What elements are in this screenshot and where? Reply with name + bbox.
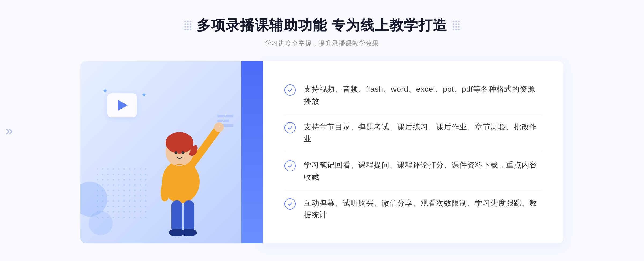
feature-text-4: 互动弹幕、试听购买、微信分享、观看次数限制、学习进度跟踪、数据统计	[304, 197, 542, 221]
left-dot-decoration	[184, 21, 191, 30]
illustration-panel: ✦ ✦	[80, 61, 263, 243]
blue-bar-decoration	[241, 61, 263, 243]
svg-point-4	[175, 151, 177, 154]
divider-2	[284, 152, 542, 152]
header-section: 多项录播课辅助功能 专为线上教学打造 学习进度全掌握，提升录播课教学效果	[184, 16, 460, 48]
feature-text-2: 支持章节目录、弹题考试、课后练习、课后作业、章节测验、批改作业	[304, 121, 542, 145]
feature-item-3: 学习笔记回看、课程提问、课程评论打分、课件资料下载，重点内容收藏	[284, 154, 542, 189]
page-container: » 多项录播课辅助功能 专为线上教学打造 学习进度全掌握，提升录播课教学效果	[0, 0, 644, 261]
page-arrow-left: »	[5, 123, 13, 138]
svg-rect-6	[171, 200, 182, 233]
svg-point-9	[181, 229, 197, 236]
page-title: 多项录播课辅助功能 专为线上教学打造	[197, 16, 447, 35]
check-circle-icon-3	[284, 160, 296, 171]
deco-circle-2	[89, 211, 113, 235]
title-row: 多项录播课辅助功能 专为线上教学打造	[184, 16, 460, 35]
play-triangle-icon	[118, 100, 128, 111]
feature-text-3: 学习笔记回看、课程提问、课程评论打分、课件资料下载，重点内容收藏	[304, 159, 542, 183]
svg-point-5	[182, 151, 184, 154]
feature-text-1: 支持视频、音频、flash、word、excel、ppt、pdf等各种格式的资源…	[304, 83, 542, 107]
svg-rect-7	[184, 200, 194, 233]
content-area: ✦ ✦	[80, 61, 564, 243]
feature-check-2	[284, 122, 296, 133]
right-dot-decoration	[453, 21, 460, 30]
feature-check-4	[284, 198, 296, 210]
page-subtitle: 学习进度全掌握，提升录播课教学效果	[184, 39, 460, 48]
feature-item-4: 互动弹幕、试听购买、微信分享、观看次数限制、学习进度跟踪、数据统计	[284, 192, 542, 227]
divider-3	[284, 190, 542, 190]
check-circle-icon-4	[284, 198, 296, 210]
feature-check-3	[284, 160, 296, 171]
sparkle-icon-1: ✦	[102, 87, 108, 95]
feature-item-1: 支持视频、音频、flash、word、excel、ppt、pdf等各种格式的资源…	[284, 78, 542, 113]
feature-item-2: 支持章节目录、弹题考试、课后练习、课后作业、章节测验、批改作业	[284, 116, 542, 151]
divider-1	[284, 114, 542, 114]
check-circle-icon-2	[284, 122, 296, 133]
play-icon-bubble	[107, 93, 137, 117]
check-circle-icon-1	[284, 84, 296, 96]
person-illustration	[135, 93, 226, 243]
feature-check-1	[284, 84, 296, 96]
features-panel: 支持视频、音频、flash、word、excel、ppt、pdf等各种格式的资源…	[263, 61, 564, 243]
